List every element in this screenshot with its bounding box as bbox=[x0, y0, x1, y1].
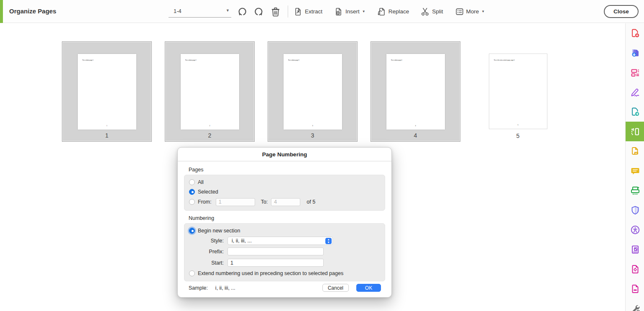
sidebar-tool-export-pdf[interactable] bbox=[626, 43, 644, 63]
page-thumbnail-1[interactable]: This is demo page 1 1 1 bbox=[62, 41, 152, 142]
top-toolbar: Organize Pages 1-4 ▼ bbox=[0, 0, 644, 23]
ok-button[interactable]: OK bbox=[356, 284, 381, 292]
cancel-button[interactable]: Cancel bbox=[322, 284, 349, 292]
page-range-value: 1-4 bbox=[174, 8, 181, 14]
style-label: Style: bbox=[198, 238, 224, 244]
sidebar-tool-compress-pdf[interactable] bbox=[626, 259, 644, 279]
page-preview: This is the extra content page, page 5 5 bbox=[489, 54, 547, 129]
more-button[interactable]: More ▼ bbox=[455, 7, 485, 16]
pages-section-label: Pages bbox=[189, 167, 385, 173]
insert-button[interactable]: Insert ▼ bbox=[334, 7, 365, 16]
begin-new-section-radio[interactable] bbox=[189, 228, 195, 234]
all-radio[interactable] bbox=[189, 179, 195, 185]
sidebar-tool-scan-ocr[interactable] bbox=[626, 181, 644, 200]
trash-icon bbox=[271, 7, 280, 17]
tools-sidebar bbox=[625, 23, 644, 311]
comment-icon bbox=[630, 166, 640, 176]
page-preview: This is demo page 4 4 bbox=[386, 54, 445, 130]
from-input[interactable] bbox=[216, 198, 255, 206]
style-select[interactable]: i, ii, iii, ... ▲▼ bbox=[227, 237, 333, 245]
page-footer-number: 2 bbox=[181, 125, 239, 127]
accessibility-icon bbox=[630, 225, 640, 235]
create-pdf-icon bbox=[630, 28, 640, 38]
from-label: From: bbox=[198, 199, 212, 205]
edit-pdf-icon bbox=[630, 68, 640, 78]
start-label: Start: bbox=[198, 260, 224, 266]
sample-label: Sample: bbox=[189, 285, 208, 291]
sidebar-tool-protect[interactable] bbox=[626, 200, 644, 220]
start-input[interactable] bbox=[227, 259, 324, 267]
extend-numbering-radio[interactable] bbox=[189, 270, 195, 276]
extract-label: Extract bbox=[305, 8, 322, 15]
sidebar-tool-fill-and-sign[interactable] bbox=[626, 82, 644, 102]
numbering-section-label: Numbering bbox=[189, 215, 385, 221]
sidebar-tool-edit-pdf[interactable] bbox=[626, 63, 644, 82]
begin-new-section-label: Begin new section bbox=[198, 228, 240, 234]
of-total-label: of 5 bbox=[307, 199, 315, 205]
redact-icon bbox=[630, 284, 640, 294]
rotate-clockwise-button[interactable] bbox=[252, 5, 266, 19]
split-scissors-icon bbox=[421, 7, 430, 16]
page-content-text: This is demo page 1 bbox=[82, 59, 94, 61]
rotate-clockwise-icon bbox=[254, 7, 264, 17]
page-thumbnail-4[interactable]: This is demo page 4 4 4 bbox=[371, 41, 460, 142]
replace-label: Replace bbox=[388, 8, 409, 15]
compress-pdf-icon bbox=[630, 264, 640, 274]
chevron-down-icon: ▼ bbox=[481, 10, 485, 13]
protect-shield-icon bbox=[630, 205, 640, 215]
thumbnail-number: 4 bbox=[371, 132, 460, 139]
page-content-text: This is demo page 4 bbox=[391, 59, 402, 61]
page-footer-number: 5 bbox=[489, 124, 547, 126]
sidebar-tool-accessibility[interactable] bbox=[626, 220, 644, 240]
more-label: More bbox=[466, 8, 479, 15]
sidebar-tool-prepare-form[interactable] bbox=[626, 240, 644, 259]
to-label: To: bbox=[261, 199, 268, 205]
sample-value: i, ii, iii, ... bbox=[215, 285, 235, 291]
scan-ocr-icon bbox=[630, 186, 640, 196]
page-content-text: This is the extra content page, page 5 bbox=[494, 59, 515, 61]
page-range-dropdown[interactable]: 1-4 ▼ bbox=[169, 5, 231, 18]
from-radio[interactable] bbox=[189, 199, 195, 205]
replace-icon bbox=[377, 7, 386, 16]
chevron-down-icon: ▼ bbox=[226, 8, 230, 13]
sidebar-tool-redact[interactable] bbox=[626, 279, 644, 298]
thumbnail-number: 3 bbox=[268, 132, 357, 139]
page-content-text: This is demo page 2 bbox=[185, 59, 197, 61]
sidebar-tool-request-signatures[interactable] bbox=[626, 141, 644, 161]
style-value: i, ii, iii, ... bbox=[232, 238, 252, 244]
numbering-groupbox: Begin new section Style: i, ii, iii, ...… bbox=[184, 223, 385, 281]
extract-button[interactable]: Extract bbox=[294, 7, 322, 16]
sidebar-tool-more-tools[interactable] bbox=[626, 298, 644, 311]
extend-numbering-label: Extend numbering used in preceding secti… bbox=[198, 270, 343, 276]
fill-sign-icon bbox=[630, 87, 640, 97]
page-preview: This is demo page 1 1 bbox=[78, 54, 136, 130]
sidebar-tool-comment[interactable] bbox=[626, 161, 644, 181]
request-signatures-icon bbox=[630, 146, 640, 156]
page-footer-number: 3 bbox=[284, 125, 342, 127]
dialog-titlebar: Page Numbering bbox=[178, 148, 391, 161]
rotate-counterclockwise-icon bbox=[237, 7, 247, 17]
close-button[interactable]: Close bbox=[604, 5, 639, 18]
sidebar-tool-organize-pages[interactable] bbox=[626, 122, 644, 141]
page-thumbnail-5[interactable]: This is the extra content page, page 5 5… bbox=[473, 41, 563, 142]
page-thumbnail-2[interactable]: This is demo page 2 2 2 bbox=[165, 41, 255, 142]
export-pdf-icon bbox=[630, 48, 640, 58]
to-input[interactable] bbox=[271, 198, 300, 206]
prefix-label: Prefix: bbox=[198, 249, 224, 255]
page-footer-number: 1 bbox=[78, 125, 136, 127]
selected-radio[interactable] bbox=[189, 189, 195, 195]
split-button[interactable]: Split bbox=[421, 7, 443, 16]
sidebar-tool-create-pdf[interactable] bbox=[626, 23, 644, 43]
pages-groupbox: All Selected From: To: of 5 bbox=[184, 175, 385, 211]
toolbar-divider bbox=[288, 5, 288, 18]
all-radio-label: All bbox=[198, 179, 204, 185]
sidebar-tool-send-for-review[interactable] bbox=[626, 102, 644, 122]
page-thumbnail-3[interactable]: This is demo page 3 3 3 bbox=[268, 41, 358, 142]
thumbnail-number: 1 bbox=[62, 132, 151, 139]
prefix-input[interactable] bbox=[227, 247, 324, 255]
delete-pages-button[interactable] bbox=[268, 5, 283, 19]
split-label: Split bbox=[432, 8, 443, 15]
replace-button[interactable]: Replace bbox=[377, 7, 409, 16]
rotate-counterclockwise-button[interactable] bbox=[235, 5, 249, 19]
more-options-icon bbox=[455, 7, 464, 16]
